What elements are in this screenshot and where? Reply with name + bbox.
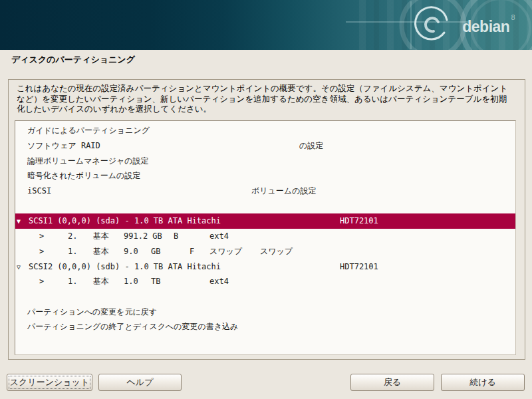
back-button[interactable]: 戻る — [350, 374, 434, 391]
list-cell: の設定 — [299, 140, 323, 152]
row-finish-partitioning[interactable]: パーティショニングの終了とディスクへの変更の書き込み — [15, 319, 515, 334]
list-cell: 論理ボリュームマネージャの設定 — [27, 155, 149, 166]
debian-wordmark: debian — [462, 18, 509, 35]
list-cell: 暗号化されたボリュームの設定 — [27, 170, 140, 182]
list-cell: 基本 — [93, 276, 109, 287]
list-cell: 1. — [68, 247, 77, 256]
screenshot-button[interactable]: スクリーンショット — [7, 374, 92, 391]
debian-version: 8 — [511, 13, 515, 21]
list-cell: ext4 — [209, 231, 229, 241]
list-cell: GB — [151, 247, 160, 256]
list-cell: 1.0 — [124, 277, 138, 286]
expander-open-icon[interactable]: ▼ — [17, 217, 21, 225]
continue-button[interactable]: 続ける — [441, 374, 525, 391]
list-cell: ext4 — [209, 277, 229, 286]
list-cell: 9.0 — [124, 247, 138, 256]
row-configure-software-raid[interactable]: ソフトウェア RAIDの設定 — [15, 138, 515, 154]
list-cell: スワップ — [260, 245, 293, 257]
debian-swirl-icon — [0, 0, 532, 50]
description-text: これはあなたの現在の設定済みパーティションとマウントポイントの概要です。その設定… — [17, 84, 514, 115]
list-cell: 基本 — [93, 245, 109, 257]
row-partition-sda2[interactable]: >2.基本991.2 GBBext4 — [15, 229, 515, 244]
row-blank — [15, 198, 515, 213]
row-disk-sdb[interactable]: ▽SCSI2 (0,0,0) (sdb) - 1.0 TB ATA Hitach… — [15, 259, 515, 274]
list-cell: SCSI1 (0,0,0) (sda) - 1.0 TB ATA Hitachi — [29, 216, 221, 225]
page-title: ディスクのパーティショニング — [11, 54, 135, 66]
list-cell: ソフトウェア RAID — [27, 140, 100, 152]
list-cell: 2. — [68, 231, 77, 241]
row-configure-iscsi[interactable]: iSCSIボリュームの設定 — [15, 184, 515, 199]
list-cell: パーティショニングの終了とディスクへの変更の書き込み — [27, 321, 238, 332]
expander-icon[interactable]: ▽ — [17, 263, 21, 270]
list-cell: ガイドによるパーティショニング — [27, 125, 150, 136]
row-guided-partitioning[interactable]: ガイドによるパーティショニング — [15, 123, 515, 138]
list-cell: HDT72101 — [340, 216, 378, 225]
row-configure-encrypted-volumes[interactable]: 暗号化されたボリュームの設定 — [15, 168, 515, 184]
partition-list[interactable]: ガイドによるパーティショニングソフトウェア RAIDの設定論理ボリュームマネージ… — [15, 120, 516, 355]
debian-logo: debian8 — [462, 14, 515, 35]
row-partition-sda1[interactable]: >1.基本9.0GBFスワップスワップ — [15, 244, 515, 259]
help-button[interactable]: ヘルプ — [98, 374, 182, 391]
row-blank — [15, 289, 515, 305]
list-cell: > — [39, 231, 44, 241]
list-cell: スワップ — [209, 245, 242, 257]
list-cell: パーティションへの変更を元に戻す — [27, 306, 157, 317]
debian-banner: debian8 — [0, 0, 532, 50]
content-frame: これはあなたの現在の設定済みパーティションとマウントポイントの概要です。その設定… — [8, 79, 525, 360]
row-undo-changes[interactable]: パーティションへの変更を元に戻す — [15, 304, 515, 319]
list-cell: 991.2 GB — [124, 231, 162, 241]
list-cell: 基本 — [93, 231, 109, 242]
list-cell: > — [39, 277, 44, 286]
list-cell: TB — [151, 277, 160, 286]
list-cell: iSCSI — [27, 186, 51, 196]
row-configure-lvm[interactable]: 論理ボリュームマネージャの設定 — [15, 153, 515, 168]
row-partition-sdb1[interactable]: >1.基本1.0TBext4 — [15, 274, 515, 289]
row-disk-sda[interactable]: ▼SCSI1 (0,0,0) (sda) - 1.0 TB ATA Hitach… — [15, 213, 515, 229]
list-cell: F — [190, 247, 194, 256]
partition-list-rows: ガイドによるパーティショニングソフトウェア RAIDの設定論理ボリュームマネージ… — [15, 123, 515, 334]
list-cell: > — [39, 247, 44, 256]
list-cell: SCSI2 (0,0,0) (sdb) - 1.0 TB ATA Hitachi — [29, 262, 221, 271]
list-cell: HDT72101 — [340, 262, 378, 271]
list-cell: B — [174, 231, 178, 241]
list-cell: 1. — [68, 277, 77, 286]
list-cell: ボリュームの設定 — [251, 186, 316, 197]
